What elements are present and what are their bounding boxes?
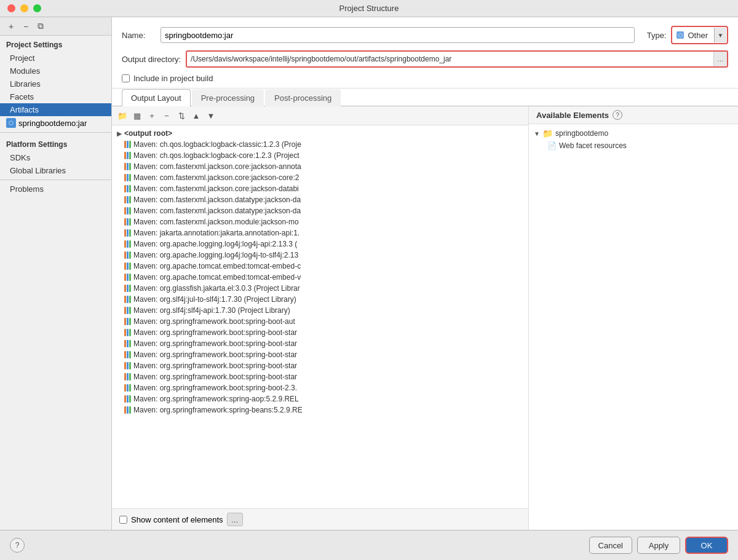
tree-item[interactable]: Maven: org.springframework.boot:spring-b… [112,371,528,382]
tree-item[interactable]: Maven: org.apache.logging.log4j:log4j-ap… [112,239,528,250]
tab-pre-processing[interactable]: Pre-processing [192,89,264,106]
sidebar-item-project[interactable]: Project [0,52,111,65]
cancel-button[interactable]: Cancel [589,537,632,554]
sidebar-item-label: Facets [10,92,34,101]
sidebar-item-global-libraries[interactable]: Global Libraries [0,164,111,177]
help-button[interactable]: ? [10,538,25,553]
tree-item[interactable]: Maven: com.fasterxml.jackson.core:jackso… [112,161,528,172]
ok-button[interactable]: OK [685,537,728,554]
library-icon [124,296,131,303]
tree-item[interactable]: Maven: org.apache.tomcat.embed:tomcat-em… [112,272,528,283]
tree-item[interactable]: Maven: org.glassfish.jakarta.el:3.0.3 (P… [112,283,528,294]
type-select-container[interactable]: ⬡ Other ▼ [671,26,728,44]
folder-btn[interactable]: 📁 [116,109,129,122]
element-group-springbootdemo[interactable]: ▼ 📁 springbootdemo [529,127,738,140]
library-icon [124,185,131,192]
sidebar-item-artifacts[interactable]: Artifacts [0,103,111,116]
apply-button[interactable]: Apply [637,537,680,554]
tree-item[interactable]: Maven: org.slf4j:jul-to-slf4j:1.7.30 (Pr… [112,294,528,305]
tree-item[interactable]: Maven: org.apache.logging.log4j:log4j-to… [112,250,528,261]
artifact-panel: 📁 ▦ + − ⇅ ▲ ▼ ▶ <output root> [112,106,529,530]
tree-item[interactable]: Maven: org.springframework:spring-aop:5.… [112,393,528,404]
tree-item[interactable]: Maven: com.fasterxml.jackson.core:jackso… [112,183,528,194]
name-label: Name: [122,31,156,40]
tree-item[interactable]: Maven: org.apache.tomcat.embed:tomcat-em… [112,261,528,272]
elements-tree: ▼ 📁 springbootdemo 📄 Web facet resources [529,124,738,530]
add-element-btn[interactable]: + [145,109,159,122]
sidebar-item-libraries[interactable]: Libraries [0,77,111,90]
title-bar: Project Structure [0,0,738,17]
name-input[interactable] [161,27,635,43]
show-content-checkbox[interactable] [119,516,127,524]
tree-item[interactable]: Maven: com.fasterxml.jackson.datatype:ja… [112,194,528,205]
sidebar-item-label: Problems [10,184,44,194]
tree-item-label: Maven: org.apache.tomcat.embed:tomcat-em… [133,262,301,270]
tree-item-label: Maven: ch.qos.logback:logback-core:1.2.3… [133,151,299,160]
tree-item-label: Maven: org.glassfish.jakarta.el:3.0.3 (P… [133,284,300,293]
maximize-button[interactable] [33,4,41,12]
type-icon: ⬡ [675,30,685,40]
tab-post-processing[interactable]: Post-processing [265,89,341,106]
sidebar-item-facets[interactable]: Facets [0,90,111,103]
move-up-btn[interactable]: ▲ [189,109,203,122]
tab-output-layout[interactable]: Output Layout [122,89,191,106]
tree-item[interactable]: Maven: org.slf4j:slf4j-api:1.7.30 (Proje… [112,305,528,316]
tree-item[interactable]: Maven: ch.qos.logback:logback-classic:1.… [112,139,528,150]
artifact-tree[interactable]: ▶ <output root> Maven: ch.qos.logback:lo… [112,125,528,508]
tree-item[interactable]: Maven: org.springframework:spring-beans:… [112,404,528,416]
sidebar-item-label: Modules [10,66,40,76]
tree-root-item[interactable]: ▶ <output root> [112,128,528,139]
element-child-web-facet[interactable]: 📄 Web facet resources [529,140,738,151]
copy-artifact-button[interactable]: ⧉ [34,20,47,33]
tree-item[interactable]: Maven: org.springframework.boot:spring-b… [112,338,528,349]
remove-artifact-button[interactable]: − [20,20,32,33]
library-icon [124,373,131,381]
add-artifact-button[interactable]: + [5,20,17,33]
close-button[interactable] [7,4,15,12]
type-dropdown-arrow[interactable]: ▼ [714,28,726,42]
library-icon [124,395,131,403]
move-down-btn[interactable]: ▼ [204,109,218,122]
library-icon [124,307,131,314]
sort-btn[interactable]: ⇅ [175,109,188,122]
tree-item[interactable]: Maven: org.springframework.boot:spring-b… [112,360,528,371]
output-dir-input[interactable] [187,52,713,66]
sidebar-item-problems[interactable]: Problems [0,183,111,195]
sidebar-item-label: Artifacts [10,105,39,114]
available-elements-help-icon[interactable]: ? [613,110,622,120]
dialog-footer: ? Cancel Apply OK [0,530,738,560]
sidebar-artifact-springbootdemo[interactable]: ⬡ springbootdemo:jar [0,116,111,130]
tree-item[interactable]: Maven: jakarta.annotation:jakarta.annota… [112,227,528,239]
tree-item[interactable]: Maven: com.fasterxml.jackson.module:jack… [112,216,528,227]
browse-button[interactable]: … [713,52,727,66]
output-dir-container: … [186,50,728,68]
tree-item-label: Maven: com.fasterxml.jackson.datatype:ja… [133,207,301,215]
tree-item[interactable]: Maven: org.springframework.boot:spring-b… [112,382,528,393]
remove-element-btn[interactable]: − [160,109,173,122]
tree-item[interactable]: Maven: org.springframework.boot:spring-b… [112,327,528,338]
window-controls[interactable] [7,4,41,12]
more-options-button[interactable]: ... [227,513,243,526]
tree-item[interactable]: Maven: ch.qos.logback:logback-core:1.2.3… [112,150,528,161]
include-checkbox[interactable] [122,74,130,82]
artifact-icon: ⬡ [6,118,16,128]
tabs-bar: Output Layout Pre-processing Post-proces… [112,89,738,106]
content-area: Name: Type: ⬡ Other ▼ Output directory: … [112,17,738,530]
sidebar-item-sdks[interactable]: SDKs [0,151,111,164]
tree-item[interactable]: Maven: org.springframework.boot:spring-b… [112,349,528,360]
tree-item[interactable]: Maven: com.fasterxml.jackson.datatype:ja… [112,205,528,216]
sidebar-item-label: Global Libraries [10,166,66,175]
tree-item[interactable]: Maven: com.fasterxml.jackson.core:jackso… [112,172,528,183]
minimize-button[interactable] [20,4,28,12]
grid-btn[interactable]: ▦ [130,109,144,122]
sidebar-item-modules[interactable]: Modules [0,65,111,77]
library-icon [124,362,131,369]
sidebar-toolbar: + − ⧉ [0,17,111,36]
output-dir-row: Output directory: … [122,50,728,68]
name-row: Name: Type: ⬡ Other ▼ [122,26,728,44]
include-label: Include in project build [133,74,213,83]
library-icon [124,152,131,159]
artifact-toolbar: 📁 ▦ + − ⇅ ▲ ▼ [112,106,528,125]
tree-item[interactable]: Maven: org.springframework.boot:spring-b… [112,316,528,327]
tree-item-label: Maven: org.apache.tomcat.embed:tomcat-em… [133,273,301,282]
